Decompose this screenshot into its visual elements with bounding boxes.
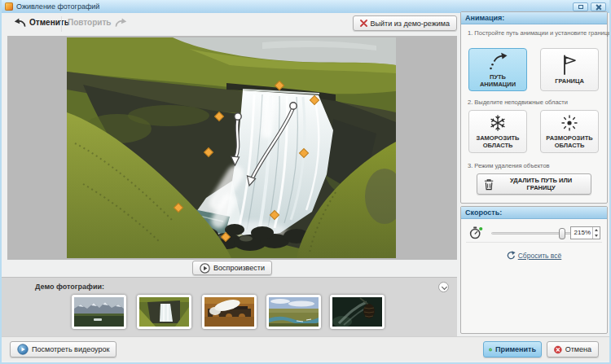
animation-path-label: ПУТЬ АНИМАЦИИ [471, 73, 525, 89]
chevron-down-icon [441, 284, 446, 290]
play-row: Воспроизвести [7, 260, 457, 277]
apply-button[interactable]: Применить [483, 341, 542, 357]
watch-tutorial-label: Посмотреть видеоурок [32, 345, 109, 353]
cancel-button[interactable]: Отмена [547, 341, 599, 357]
editor-canvas[interactable] [7, 36, 457, 260]
demo-thumbnail-river[interactable] [266, 295, 321, 329]
red-x-icon [360, 20, 367, 27]
spin-up-button[interactable] [593, 227, 600, 233]
exit-demo-label: Выйти из демо-режима [371, 20, 450, 28]
boundary-label: ГРАНИЦА [555, 77, 584, 85]
step2-text: 2. Выделите неподвижные области [468, 99, 568, 106]
bottom-bar: Посмотреть видеоурок Применить Отмена [2, 336, 609, 361]
demo-photos-strip: Демо фотографии: [2, 277, 457, 336]
reset-all-label: Сбросить всё [518, 252, 562, 260]
demo-photos-label: Демо фотографии: [35, 283, 104, 291]
triangle-up-icon [595, 229, 598, 231]
sun-icon [560, 114, 578, 132]
maximize-icon [578, 5, 583, 9]
unfreeze-area-label: РАЗМОРОЗИТЬ ОБЛАСТЬ [543, 134, 596, 150]
redo-button[interactable]: Повторить [68, 18, 127, 27]
spin-down-button[interactable] [593, 233, 600, 239]
toolbar: Отменить Повторить Выйти из демо-режима [7, 13, 457, 36]
animation-panel-header: Анимация: [461, 12, 607, 24]
cancel-label: Отмена [565, 345, 591, 353]
watch-tutorial-button[interactable]: Посмотреть видеоурок [10, 341, 116, 357]
animation-path-start-handle[interactable] [235, 113, 241, 120]
toolbar-separator [61, 16, 62, 32]
unfreeze-area-button[interactable]: РАЗМОРОЗИТЬ ОБЛАСТЬ [540, 110, 599, 153]
step1-text: 1. Постройте путь анимации и установите … [468, 29, 611, 37]
redo-icon [115, 18, 127, 27]
reset-icon [507, 251, 516, 260]
undo-label: Отменить [29, 18, 69, 27]
freeze-area-label: ЗАМОРОЗИТЬ ОБЛАСТЬ [471, 134, 525, 150]
speed-slider[interactable] [491, 232, 576, 235]
app-icon [5, 2, 13, 11]
exit-demo-button[interactable]: Выйти из демо-режима [353, 15, 457, 31]
speed-slider-handle[interactable] [559, 228, 565, 239]
video-tutorial-icon [17, 344, 29, 355]
app-window: Оживление фотографий Отменить Повторить … [0, 0, 611, 364]
apply-label: Применить [495, 345, 536, 353]
triangle-down-icon [595, 235, 598, 237]
speed-spinbox[interactable]: 215% [570, 226, 600, 239]
maximize-button[interactable] [573, 2, 588, 11]
speed-value: 215% [571, 227, 592, 239]
reset-all-link[interactable]: Сбросить всё [461, 251, 607, 260]
play-button[interactable]: Воспроизвести [192, 261, 272, 275]
window-title: Оживление фотографий [16, 2, 99, 11]
trash-icon [484, 178, 494, 191]
boundary-tool-button[interactable]: ГРАНИЦА [540, 48, 599, 91]
close-icon [596, 4, 601, 10]
animation-path-start-handle[interactable] [290, 103, 297, 109]
undo-icon [14, 18, 26, 27]
snowflake-icon [489, 114, 507, 132]
waterfall-photo[interactable] [67, 37, 396, 258]
stopwatch-icon [469, 226, 483, 239]
speed-divider [466, 242, 602, 243]
animation-panel: Анимация: 1. Постройте путь анимации и у… [460, 11, 608, 204]
demo-thumbnail-steam-train[interactable] [202, 295, 257, 329]
play-icon [200, 263, 210, 274]
freeze-area-button[interactable]: ЗАМОРОЗИТЬ ОБЛАСТЬ [468, 110, 527, 153]
step3-text: 3. Режим удаления объектов [468, 162, 550, 169]
demo-thumbnail-waterfall[interactable] [137, 295, 191, 329]
delete-path-or-boundary-button[interactable]: УДАЛИТЬ ПУТЬ ИЛИ ГРАНИЦУ [477, 173, 591, 195]
green-check-icon [489, 344, 492, 355]
close-button[interactable] [591, 2, 606, 11]
redo-label: Повторить [68, 18, 112, 27]
delete-path-label: УДАЛИТЬ ПУТЬ ИЛИ ГРАНИЦУ [498, 177, 584, 191]
speed-panel-header: Скорость: [461, 207, 607, 219]
demo-thumbnail-pine-cone[interactable] [330, 295, 385, 329]
speed-panel: Скорость: 215% Сбросить всё [460, 206, 608, 334]
animation-path-tool-button[interactable]: ПУТЬ АНИМАЦИИ [468, 48, 527, 91]
demo-thumbnail-mountains[interactable] [72, 295, 126, 329]
red-circle-x-icon [554, 344, 562, 355]
play-label: Воспроизвести [213, 264, 265, 272]
flag-icon [561, 54, 578, 75]
curved-path-icon [487, 51, 508, 71]
collapse-demo-button[interactable] [438, 282, 449, 292]
